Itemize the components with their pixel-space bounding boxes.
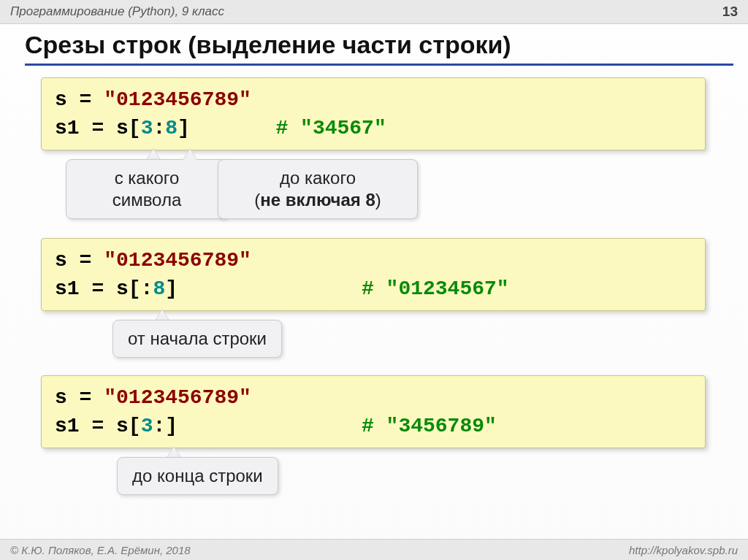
code-box-2: s = "0123456789" s1 = s[:8] # "01234567" [41,238,706,311]
code-box-1: s = "0123456789" s1 = s[3:8] # "34567" [41,77,706,150]
code-line: s1 = s[3:8] # "34567" [55,114,692,142]
code-line: s1 = s[:8] # "01234567" [55,275,692,303]
code-line: s = "0123456789" [55,246,692,275]
callout-to-end: до конца строки [117,457,278,495]
course-label: Программирование (Python), 9 класс [10,4,224,19]
code-line: s = "0123456789" [55,85,692,114]
slide-title: Срезы строк (выделение части строки) [25,31,733,66]
code-line: s = "0123456789" [55,383,692,412]
callout-until-which: до какого (не включая 8) [218,159,418,219]
pointer-icon [183,149,197,161]
code-box-3: s = "0123456789" s1 = s[3:] # "3456789" [41,375,706,448]
copyright: © К.Ю. Поляков, Е.А. Ерёмин, 2018 [10,544,191,556]
page-number: 13 [722,4,738,20]
code-line: s1 = s[3:] # "3456789" [55,412,692,440]
callout-from-which: с какого символа [66,159,228,219]
footer-url: http://kpolyakov.spb.ru [629,544,738,556]
top-bar: Программирование (Python), 9 класс 13 [0,0,748,24]
slide: Программирование (Python), 9 класс 13 Ср… [0,0,748,560]
callout-from-start: от начала строки [112,320,282,358]
footer-bar: © К.Ю. Поляков, Е.А. Ерёмин, 2018 http:/… [0,539,748,560]
